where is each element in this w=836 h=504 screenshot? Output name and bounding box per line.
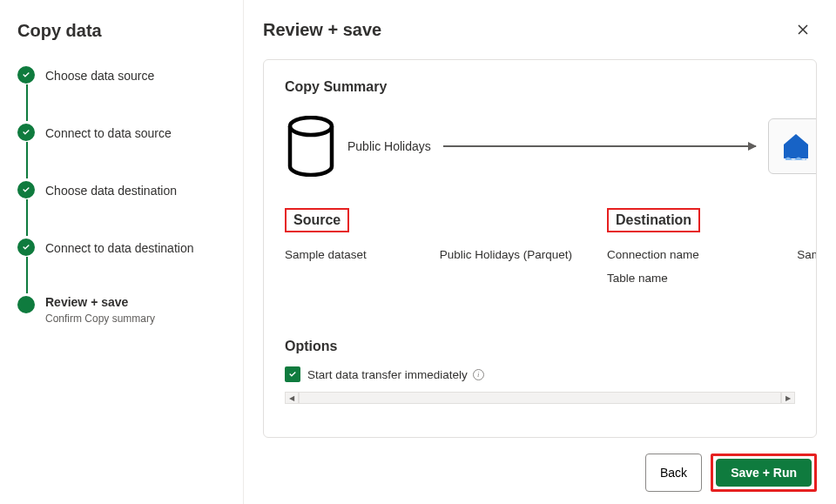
main-panel: Review + save Copy Summary Public Holida… [244,0,836,504]
check-icon [17,181,35,198]
destination-row: Table name PublicHolidays [607,272,817,285]
flow-source-node: Public Holidays [285,116,431,177]
copy-flow-diagram: Public Holidays Lakehouse [285,116,817,177]
option-text: Start data transfer immediately [307,368,468,381]
scroll-left-button[interactable]: ◀ [285,392,299,404]
destination-value: SampleLakehouse [797,248,817,261]
source-value: Public Holidays (Parquet) [440,248,572,261]
step-review-save[interactable]: Review + save Confirm Copy summary [17,295,226,325]
close-button[interactable] [789,16,817,44]
info-icon[interactable]: i [473,369,484,380]
step-connect-to-data-destination[interactable]: Connect to data destination [17,238,226,259]
check-icon [287,369,298,380]
lakehouse-icon [768,118,817,174]
current-step-icon [17,296,35,313]
step-connector [26,257,28,293]
destination-heading: Destination [607,208,700,232]
close-icon [796,23,810,37]
option-label: Start data transfer immediately i [307,368,484,381]
svg-point-0 [290,118,332,135]
save-run-highlight: Save + Run [711,454,817,492]
source-heading: Source [285,208,349,232]
dialog-footer: Back Save + Run [263,454,817,492]
step-sublabel: Confirm Copy summary [45,312,155,325]
step-choose-data-source[interactable]: Choose data source [17,65,226,86]
start-immediately-checkbox[interactable] [285,366,300,382]
destination-key: Connection name [607,248,699,261]
step-label: Choose data destination [45,184,177,198]
source-column: Source Sample dataset Public Holidays (P… [285,208,572,295]
options-heading: Options [285,339,795,354]
summary-title: Copy Summary [285,79,795,95]
step-connect-to-data-source[interactable]: Connect to data source [17,123,226,144]
scroll-track[interactable] [299,392,781,404]
page-title: Review + save [263,20,381,40]
step-connector [26,84,28,121]
scroll-right-button[interactable]: ▶ [781,392,795,404]
database-icon [285,116,337,177]
destination-row: Connection name SampleLakehouse [607,248,817,261]
step-label: Connect to data destination [45,241,193,255]
step-connector [26,199,28,236]
step-connector [26,142,28,178]
step-label: Connect to data source [45,126,172,140]
save-run-button[interactable]: Save + Run [716,459,812,487]
check-icon [17,124,35,141]
option-start-immediately: Start data transfer immediately i [285,366,795,382]
check-icon [17,66,35,84]
source-key: Sample dataset [285,248,367,261]
destination-column: Destination Connection name SampleLakeho… [607,208,817,295]
horizontal-scrollbar[interactable]: ◀ ▶ [285,391,795,405]
check-icon [17,239,35,256]
wizard-sidebar: Copy data Choose data source Connect to … [0,0,244,504]
wizard-title: Copy data [17,21,226,41]
step-choose-data-destination[interactable]: Choose data destination [17,180,226,201]
flow-dest-node: Lakehouse [768,118,817,174]
main-header: Review + save [263,16,817,44]
destination-key: Table name [607,272,668,285]
wizard-steps: Choose data source Connect to data sourc… [17,65,226,325]
details-columns: Source Sample dataset Public Holidays (P… [285,208,817,295]
source-row: Sample dataset Public Holidays (Parquet) [285,248,572,261]
flow-source-label: Public Holidays [347,139,431,153]
arrow-icon [443,145,757,147]
step-label: Review + save [45,295,155,309]
step-label: Choose data source [45,69,154,83]
back-button[interactable]: Back [645,454,702,492]
summary-card: Copy Summary Public Holidays Lakehouse [263,59,817,438]
